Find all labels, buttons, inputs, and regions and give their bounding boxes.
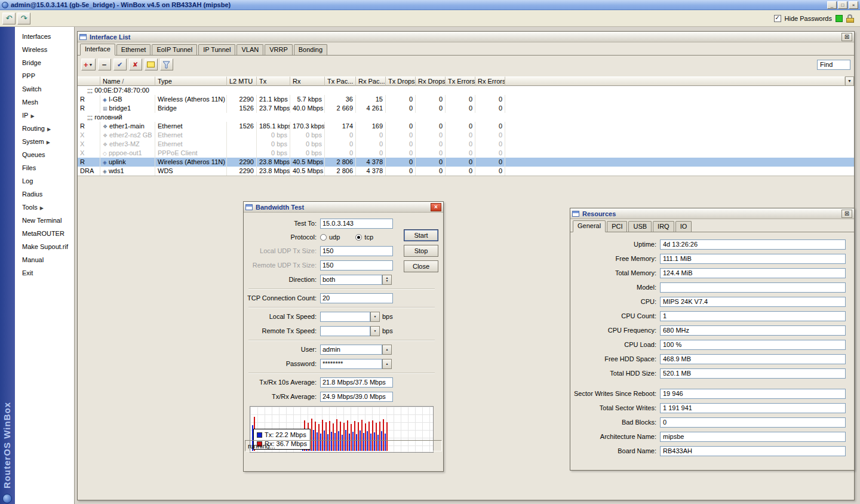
remote-tx-speed-dropdown[interactable]: ▼ [370, 326, 380, 336]
interface-row-uplink[interactable]: R◈uplinkWireless (Atheros 11N)229023.8 M… [78, 158, 854, 167]
sidebar-item-wireless[interactable]: Wireless [15, 43, 74, 56]
cell-tx-rate: 0 bps [257, 131, 290, 140]
sidebar-item-mesh[interactable]: Mesh [15, 96, 74, 109]
sidebar-item-exit[interactable]: Exit [15, 266, 74, 279]
interface-row-pppoe-out1[interactable]: X◇pppoe-out1PPPoE Client0 bps0 bps000000 [78, 149, 854, 158]
sidebar-item-ip[interactable]: IP▶ [15, 109, 74, 122]
sidebar-item-log[interactable]: Log [15, 174, 74, 188]
protocol-udp-radio[interactable] [320, 234, 327, 241]
interface-comment-row[interactable]: ;;; головний [78, 113, 854, 122]
sidebar-item-metarouter[interactable]: MetaROUTER [15, 227, 74, 240]
column-header-flags[interactable] [78, 76, 100, 86]
find-input[interactable]: Find [817, 60, 850, 70]
disable-interface-button[interactable]: ✘ [129, 59, 142, 70]
user-input[interactable]: admin [320, 345, 382, 355]
interface-row-i-gb[interactable]: R◈I-GBWireless (Atheros 11N)229021.1 kbp… [78, 95, 854, 104]
interface-list-tab-vrrp[interactable]: VRRP [265, 44, 293, 55]
tcp-connection-count-input[interactable]: 20 [320, 293, 393, 303]
hide-passwords-checkbox[interactable] [774, 15, 781, 22]
resources-tab-pci[interactable]: PCI [607, 221, 627, 232]
remove-interface-button[interactable]: − [98, 59, 111, 70]
sidebar-item-new-terminal[interactable]: New Terminal [15, 214, 74, 227]
column-header-type[interactable]: Type [155, 76, 227, 86]
resources-tab-general[interactable]: General [573, 220, 606, 232]
brand-strip: RouterOS WinBox [0, 27, 15, 504]
interface-row-ether3-mz[interactable]: X❖ether3-MZEthernet0 bps0 bps000000 [78, 140, 854, 149]
sidebar-item-radius[interactable]: Radius [15, 188, 74, 201]
interface-list-tab-ethernet[interactable]: Ethernet [116, 44, 151, 55]
enable-interface-button[interactable]: ✔ [113, 59, 127, 70]
user-expand-button[interactable]: ▲ [382, 345, 392, 355]
resources-tab-irq[interactable]: IRQ [653, 221, 674, 232]
sidebar-item-switch[interactable]: Switch [15, 82, 74, 96]
sidebar-item-tools[interactable]: Tools▶ [15, 201, 74, 214]
close-button[interactable]: × [849, 1, 858, 9]
password-expand-button[interactable]: ▲ [382, 359, 392, 369]
comment-button[interactable] [145, 59, 158, 70]
cell-rx-drops: 0 [416, 131, 446, 140]
remote-tx-speed-input[interactable] [320, 326, 370, 336]
column-header-rx-pac[interactable]: Rx Pac... [356, 76, 386, 86]
legend-tx-row: Tx: 22.2 Mbps [257, 431, 307, 438]
stop-button[interactable]: Stop [404, 245, 438, 257]
column-header-tx-drops[interactable]: Tx Drops [386, 76, 416, 86]
sidebar-item-queues[interactable]: Queues [15, 148, 74, 161]
interface-row-ether1-main[interactable]: R❖ether1-mainEthernet1526185.1 kbps170.3… [78, 122, 854, 131]
sidebar-item-routing[interactable]: Routing▶ [15, 122, 74, 135]
cell-flags: R [78, 104, 100, 113]
sidebar-item-make-supout-rif[interactable]: Make Supout.rif [15, 240, 74, 253]
sidebar-item-ppp[interactable]: PPP [15, 69, 74, 82]
interface-list-tab-bonding[interactable]: Bonding [294, 44, 327, 55]
resources-titlebar[interactable]: Resources ⊠ [570, 208, 854, 219]
local-tx-speed-input[interactable] [320, 312, 370, 322]
winbox-application-window: admin@15.0.3.141 (gb-5e_bridge) - WinBox… [0, 0, 860, 504]
column-header-name[interactable]: Name/ [100, 76, 155, 86]
column-header-rx-errors[interactable]: Rx Errors [475, 76, 505, 86]
bandwidth-test-close-button[interactable]: × [431, 203, 441, 211]
interface-row-bridge1[interactable]: R⊞bridge1Bridge152623.7 Mbps40.0 Mbps2 6… [78, 104, 854, 113]
local-udp-tx-size-input[interactable]: 150 [320, 246, 393, 256]
interface-list-tab-eoip-tunnel[interactable]: EoIP Tunnel [152, 44, 197, 55]
interface-row-wds1[interactable]: DRA◈wds1WDS229023.8 Mbps40.5 Mbps2 8064 … [78, 167, 854, 176]
resources-tab-usb[interactable]: USB [628, 221, 652, 232]
interface-comment-row[interactable]: ;;; 00:0E:D7:48:70:00 [78, 86, 854, 95]
add-interface-button[interactable]: +▼ [81, 59, 96, 70]
sidebar-item-bridge[interactable]: Bridge [15, 56, 74, 69]
column-header-rx-drops[interactable]: Rx Drops [416, 76, 446, 86]
password-input[interactable]: ******** [320, 359, 382, 369]
interface-list-tab-vlan[interactable]: VLAN [236, 44, 263, 55]
direction-select[interactable]: both [320, 275, 382, 285]
direction-spinner[interactable]: ▲▼ [382, 275, 392, 285]
column-config-button[interactable]: ▼ [845, 76, 854, 86]
local-tx-speed-dropdown[interactable]: ▼ [370, 312, 380, 322]
close-button[interactable]: Close [404, 260, 438, 272]
resources-tab-io[interactable]: IO [675, 221, 692, 232]
column-header-tx-pac[interactable]: Tx Pac... [325, 76, 356, 86]
cell-flags: DRA [78, 167, 100, 176]
filter-button[interactable] [160, 59, 173, 70]
interface-list-close-icon[interactable]: ⊠ [841, 33, 852, 41]
column-header-rx[interactable]: Rx [290, 76, 325, 86]
column-header-tx-errors[interactable]: Tx Errors [446, 76, 475, 86]
protocol-tcp-radio[interactable] [355, 234, 362, 241]
column-header-l2-mtu[interactable]: L2 MTU [227, 76, 257, 86]
cell-flags: X [78, 149, 100, 158]
sidebar-item-system[interactable]: System▶ [15, 135, 74, 148]
minimize-button[interactable]: _ [827, 1, 837, 9]
maximize-button[interactable]: □ [838, 1, 847, 9]
test-to-input[interactable]: 15.0.3.143 [320, 219, 393, 229]
interface-list-tab-interface[interactable]: Interface [80, 44, 115, 56]
sidebar-item-manual[interactable]: Manual [15, 253, 74, 266]
interface-row-ether2-ns2-gb[interactable]: X❖ether2-ns2 GBEthernet0 bps0 bps000000 [78, 131, 854, 140]
start-button[interactable]: Start [404, 229, 438, 241]
resources-close-icon[interactable]: ⊠ [841, 210, 852, 218]
undo-button[interactable]: ↶ [2, 13, 16, 24]
interface-list-titlebar[interactable]: Interface List ⊠ [78, 32, 854, 42]
redo-button[interactable]: ↷ [17, 13, 30, 24]
column-header-tx[interactable]: Tx [257, 76, 290, 86]
bandwidth-test-titlebar[interactable]: Bandwidth Test × [244, 202, 443, 213]
sidebar-item-interfaces[interactable]: Interfaces [15, 30, 74, 43]
remote-udp-tx-size-input[interactable]: 150 [320, 260, 393, 271]
sidebar-item-files[interactable]: Files [15, 161, 74, 174]
interface-list-tab-ip-tunnel[interactable]: IP Tunnel [198, 44, 235, 55]
